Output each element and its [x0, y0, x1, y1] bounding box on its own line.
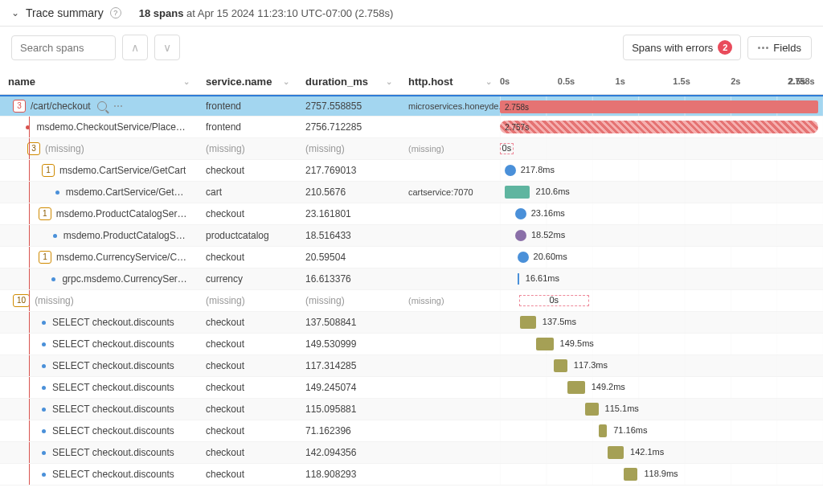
- service-cell: checkout: [198, 203, 297, 224]
- row-actions: ⋯: [97, 100, 123, 112]
- service-cell: frontend: [198, 96, 297, 116]
- span-row[interactable]: SELECT checkout.discountscheckout149.245…: [0, 377, 823, 399]
- fields-label: Fields: [773, 42, 801, 54]
- spans-with-errors-label: Spans with errors: [632, 42, 713, 54]
- service-cell: checkout: [198, 420, 297, 441]
- col-duration[interactable]: duration_ms⌄: [297, 68, 400, 94]
- span-name-cell: SELECT checkout.discounts: [0, 355, 198, 376]
- col-timeline: 0s0.5s1s1.5s2s2.5s2.758s: [500, 68, 823, 94]
- duration-cell: 117.314285: [297, 355, 400, 376]
- timeline-cell: 217.8ms: [500, 160, 823, 181]
- spans-with-errors-button[interactable]: Spans with errors 2: [623, 35, 741, 60]
- span-row[interactable]: 3/cart/checkout⋯frontend2757.558855micro…: [0, 95, 823, 117]
- axis-tick: 2.758s: [788, 76, 815, 86]
- span-name-cell: 1msdemo.ProductCatalogService/...: [0, 203, 198, 224]
- child-count-badge[interactable]: 1: [39, 251, 51, 264]
- child-count-badge[interactable]: 3: [13, 100, 26, 113]
- next-button[interactable]: ∨: [154, 35, 180, 60]
- span-name: /cart/checkout: [31, 100, 91, 112]
- span-name-cell: msdemo.CheckoutService/PlaceOrder: [0, 117, 198, 137]
- service-cell: checkout: [198, 377, 297, 398]
- duration-cell: 71.162396: [297, 420, 400, 441]
- duration-label: 137.5ms: [543, 317, 576, 326]
- trace-title: Trace summary: [26, 6, 104, 19]
- child-count-badge[interactable]: 1: [39, 207, 51, 220]
- duration-label: 149.5ms: [560, 338, 594, 348]
- service-cell: checkout: [198, 334, 297, 354]
- span-count: 18 spans at Apr 15 2024 11:23:10 UTC-07:…: [128, 7, 394, 19]
- duration-bar: [505, 186, 529, 199]
- duration-bar: [624, 468, 637, 481]
- fields-button[interactable]: Fields: [747, 36, 812, 59]
- span-row[interactable]: SELECT checkout.discountscheckout142.094…: [0, 442, 823, 464]
- span-row[interactable]: SELECT checkout.discountscheckout137.508…: [0, 312, 823, 334]
- span-row[interactable]: SELECT checkout.discountscheckout117.314…: [0, 355, 823, 377]
- span-name: SELECT checkout.discounts: [52, 447, 174, 458]
- duration-cell: (missing): [297, 290, 400, 311]
- host-cell: [400, 117, 500, 137]
- help-icon[interactable]: ?: [110, 7, 121, 18]
- span-row[interactable]: 1msdemo.ProductCatalogService/...checkou…: [0, 203, 823, 225]
- span-dot-icon: [42, 429, 46, 433]
- span-name: (missing): [45, 143, 84, 154]
- service-cell: checkout: [198, 442, 297, 463]
- service-cell: (missing): [198, 290, 297, 311]
- span-row[interactable]: 3(missing)(missing)(missing)(missing)0s: [0, 138, 823, 160]
- timeline-cell: 137.5ms: [500, 312, 823, 333]
- span-dot-icon: [53, 234, 57, 238]
- duration-label: 115.1ms: [605, 404, 639, 413]
- span-row[interactable]: 10(missing)(missing)(missing)(missing)0s: [0, 290, 823, 312]
- span-row[interactable]: msdemo.CheckoutService/PlaceOrderfronten…: [0, 117, 823, 138]
- duration-cell: 2756.712285: [297, 117, 400, 137]
- axis-tick: 2s: [731, 76, 740, 86]
- col-host[interactable]: http.host⌄: [400, 68, 500, 94]
- search-input[interactable]: [11, 35, 116, 60]
- more-icon[interactable]: ⋯: [113, 100, 123, 112]
- span-row[interactable]: grpc.msdemo.CurrencyService...currency16…: [0, 268, 823, 290]
- span-name: SELECT checkout.discounts: [52, 317, 174, 328]
- span-name: SELECT checkout.discounts: [52, 360, 174, 371]
- chevron-down-icon: ⌄: [183, 77, 190, 86]
- collapse-icon[interactable]: ⌄: [11, 7, 19, 18]
- col-service[interactable]: service.name⌄: [198, 68, 297, 94]
- span-name-cell: SELECT checkout.discounts: [0, 334, 198, 354]
- duration-cell: 23.161801: [297, 203, 400, 224]
- child-count-badge[interactable]: 10: [13, 294, 30, 307]
- timeline-cell: 18.52ms: [500, 225, 823, 246]
- host-cell: cartservice:7070: [400, 182, 500, 203]
- service-cell: cart: [198, 182, 297, 203]
- span-name-cell: 1msdemo.CartService/GetCart: [0, 160, 198, 181]
- span-row[interactable]: SELECT checkout.discountscheckout71.1623…: [0, 420, 823, 442]
- span-row[interactable]: SELECT checkout.discountscheckout118.908…: [0, 464, 823, 486]
- span-name: grpc.msdemo.CurrencyService...: [62, 273, 190, 285]
- child-count-badge[interactable]: 1: [42, 164, 55, 177]
- timeline-cell: 115.1ms: [500, 399, 823, 420]
- span-row[interactable]: 1msdemo.CartService/GetCartcheckout217.7…: [0, 160, 823, 182]
- span-name: SELECT checkout.discounts: [52, 425, 174, 436]
- timeline-cell: 210.6ms: [500, 182, 823, 203]
- span-name-cell: msdemo.ProductCatalogServi...: [0, 225, 198, 246]
- prev-button[interactable]: ∧: [122, 35, 148, 60]
- span-dot-icon: [51, 277, 55, 281]
- span-name: SELECT checkout.discounts: [52, 338, 174, 350]
- span-row[interactable]: SELECT checkout.discountscheckout149.530…: [0, 334, 823, 355]
- col-name[interactable]: name⌄: [0, 68, 198, 94]
- duration-label: 0s: [502, 143, 512, 153]
- span-row[interactable]: SELECT checkout.discountscheckout115.095…: [0, 399, 823, 420]
- duration-cell: 149.530999: [297, 334, 400, 354]
- duration-marker: [518, 252, 529, 263]
- span-row[interactable]: msdemo.ProductCatalogServi...productcata…: [0, 225, 823, 247]
- search-icon[interactable]: [97, 101, 107, 111]
- duration-cell: 210.5676: [297, 182, 400, 203]
- service-cell: checkout: [198, 464, 297, 485]
- span-name: msdemo.CartService/GetCart: [59, 165, 186, 176]
- service-cell: frontend: [198, 117, 297, 137]
- duration-marker: [505, 165, 516, 176]
- host-cell: (missing): [400, 138, 500, 159]
- service-cell: checkout: [198, 247, 297, 268]
- host-cell: [400, 203, 500, 224]
- duration-cell: 2757.558855: [297, 96, 400, 116]
- span-row[interactable]: msdemo.CartService/GetCartcart210.5676ca…: [0, 182, 823, 203]
- trace-header: ⌄ Trace summary ? 18 spans at Apr 15 202…: [0, 0, 823, 27]
- span-row[interactable]: 1msdemo.CurrencyService/Convertcheckout2…: [0, 247, 823, 268]
